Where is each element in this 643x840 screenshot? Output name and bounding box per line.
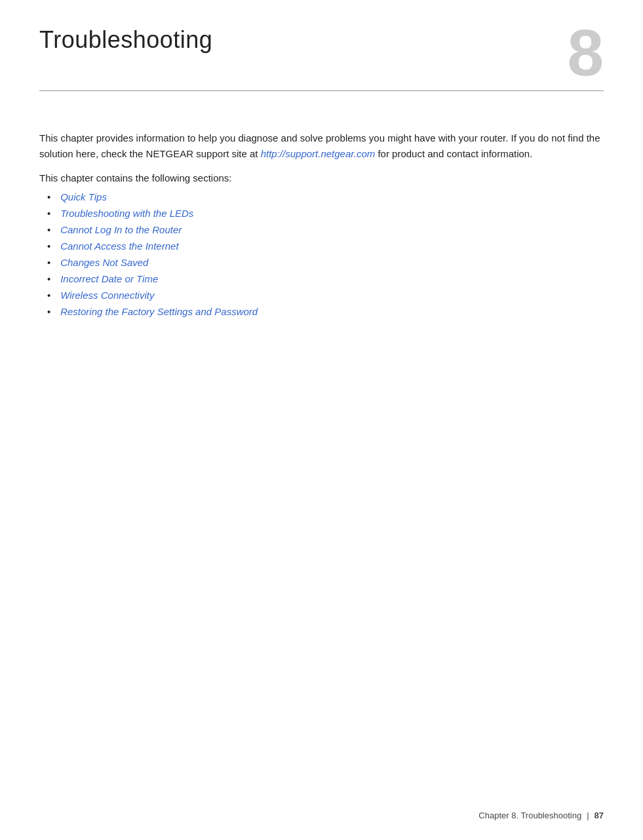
sections-intro: This chapter contains the following sect… (39, 172, 604, 183)
footer-chapter-label: Chapter 8. Troubleshooting (478, 811, 581, 820)
toc-list: Quick Tips Troubleshooting with the LEDs… (39, 191, 604, 317)
toc-link-restoring-factory[interactable]: Restoring the Factory Settings and Passw… (60, 306, 258, 317)
toc-link-quick-tips[interactable]: Quick Tips (60, 191, 107, 202)
footer-page-number: 87 (594, 811, 604, 820)
page-footer: Chapter 8. Troubleshooting | 87 (0, 811, 643, 820)
list-item: Cannot Log In to the Router (59, 224, 604, 235)
toc-link-changes-not-saved[interactable]: Changes Not Saved (60, 257, 148, 268)
netgear-support-link[interactable]: http://support.netgear.com (261, 148, 376, 159)
list-item: Changes Not Saved (59, 257, 604, 268)
list-item: Incorrect Date or Time (59, 273, 604, 284)
intro-paragraph: This chapter provides information to hel… (39, 130, 604, 162)
list-item: Quick Tips (59, 191, 604, 202)
page-title: Troubleshooting (39, 26, 212, 54)
toc-link-incorrect-date-time[interactable]: Incorrect Date or Time (60, 273, 158, 284)
toc-link-troubleshooting-leds[interactable]: Troubleshooting with the LEDs (60, 208, 193, 219)
page-container: Troubleshooting 8 This chapter provides … (0, 0, 643, 362)
list-item: Troubleshooting with the LEDs (59, 208, 604, 219)
list-item: Restoring the Factory Settings and Passw… (59, 306, 604, 317)
intro-text-after-link: for product and contact information. (378, 148, 532, 159)
chapter-number: 8 (567, 20, 604, 85)
footer-separator: | (587, 811, 589, 820)
list-item: Wireless Connectivity (59, 290, 604, 301)
toc-link-cannot-access-internet[interactable]: Cannot Access the Internet (60, 240, 178, 252)
toc-link-wireless-connectivity[interactable]: Wireless Connectivity (60, 290, 154, 301)
list-item: Cannot Access the Internet (59, 240, 604, 252)
page-header: Troubleshooting 8 (39, 26, 604, 91)
toc-link-cannot-log-in[interactable]: Cannot Log In to the Router (60, 224, 182, 235)
